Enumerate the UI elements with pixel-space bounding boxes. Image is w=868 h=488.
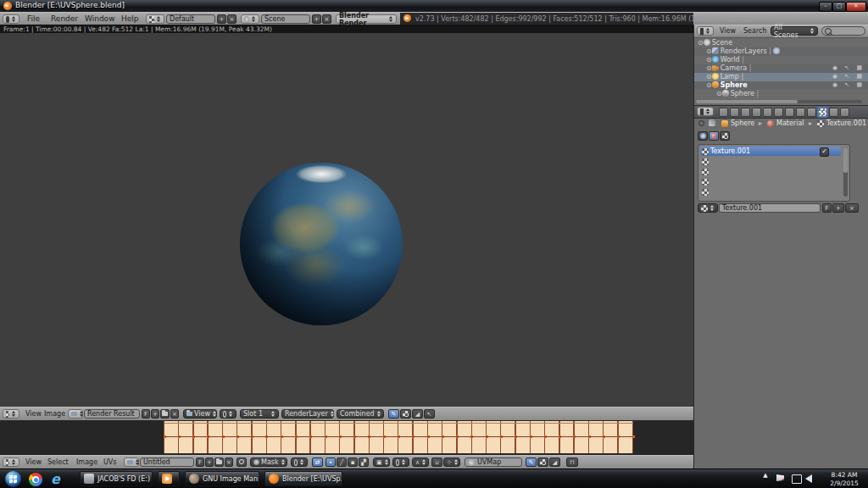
outliner-menu-view[interactable]: View	[720, 27, 736, 35]
uv-vertex[interactable]	[207, 435, 209, 438]
slot-list-scrollbar[interactable]	[843, 147, 848, 197]
uv-vertex[interactable]	[398, 435, 400, 438]
uv-vertex[interactable]	[486, 435, 488, 438]
chrome-icon[interactable]	[29, 473, 42, 486]
new-texture-button[interactable]: +	[832, 203, 844, 213]
object-data-tab-icon[interactable]	[796, 108, 805, 117]
image-mask-toggle[interactable]	[400, 409, 411, 419]
3d-viewport[interactable]	[0, 33, 693, 407]
outliner-row-world[interactable]: ⊙World |	[694, 56, 868, 64]
layout-name-field[interactable]: Default	[166, 14, 215, 24]
volume-icon[interactable]	[805, 474, 812, 483]
window-titlebar[interactable]: Blender [E:\UVSphere.blend] – ▢ ✕	[0, 0, 868, 12]
internet-explorer-icon[interactable]: e	[51, 471, 66, 486]
uv-menu-image[interactable]: Image	[76, 458, 97, 466]
properties-editor-type-dropdown[interactable]	[697, 107, 714, 116]
texture-slot-enable-checkbox[interactable]: ✓	[820, 147, 829, 157]
taskbar-button-drive[interactable]: JACOB'S FD (E:)	[80, 471, 153, 486]
uv-vertex[interactable]	[265, 435, 268, 438]
tray-expand-icon[interactable]: ▲	[761, 471, 770, 480]
image-browse-dropdown[interactable]	[68, 409, 83, 419]
image-unlink-button[interactable]: ×	[170, 409, 179, 419]
uv-sticky-select-dropdown[interactable]: ▣	[373, 458, 390, 467]
image-editor-menu-view[interactable]: View	[25, 410, 42, 418]
uv-vertex[interactable]	[251, 435, 253, 438]
uv-edge-select-button[interactable]: ╱	[337, 458, 347, 467]
snap-element-dropdown[interactable]: ⊹	[443, 458, 460, 467]
image-editor-type-dropdown[interactable]	[3, 409, 19, 419]
image-view-mode-dropdown[interactable]: View	[183, 409, 217, 419]
render-layers-tab-icon[interactable]	[730, 108, 739, 117]
uv-vertex[interactable]	[442, 435, 444, 438]
network-icon[interactable]	[792, 474, 802, 484]
scene-name-field[interactable]: Scene	[261, 14, 310, 24]
taskbar-clock[interactable]: 8:42 AM2/9/2015	[824, 471, 865, 488]
uv-island-select-button[interactable]: ▞	[359, 458, 369, 467]
pin-icon[interactable]	[698, 120, 704, 126]
particles-tab-icon[interactable]	[829, 108, 838, 117]
maximize-button[interactable]: ▢	[832, 2, 846, 12]
uv-vertex[interactable]	[222, 435, 225, 438]
menu-help[interactable]: Help	[121, 14, 139, 23]
material-tab-icon[interactable]	[807, 108, 816, 117]
breadcrumb-material[interactable]: Material	[776, 119, 804, 127]
outliner-hscrollbar[interactable]	[696, 100, 862, 103]
uv-texpaint-toggle[interactable]	[537, 458, 548, 467]
uv-pivot-dropdown[interactable]	[291, 458, 308, 467]
uv-lock-button[interactable]: ⊓	[566, 458, 578, 467]
outliner-row-camera[interactable]: ⊙Camera | ◉ ↖ ▦	[694, 64, 868, 73]
wrench-icon[interactable]	[709, 119, 715, 126]
image-editor-menu-image[interactable]: Image	[44, 410, 65, 418]
uv-vertex[interactable]	[530, 435, 532, 438]
layout-icon-dropdown[interactable]	[146, 14, 164, 24]
taskbar-button-gimp[interactable]: GNU Image Mani...	[185, 471, 259, 486]
uv-image-browse-dropdown[interactable]	[124, 458, 139, 467]
uv-sync-selection-toggle[interactable]: ⇄	[312, 458, 323, 467]
uv-vertex-select-button[interactable]: ∙	[326, 458, 336, 467]
render-tab-icon[interactable]	[719, 108, 728, 117]
uv-vertex[interactable]	[236, 435, 239, 438]
outliner-row-renderlayers[interactable]: ⊙RenderLayers |	[694, 47, 868, 56]
outliner-row-sphere[interactable]: ⊙Sphere ◉ ↖ ▦	[694, 81, 868, 90]
uv-proportional-edit-dropdown[interactable]	[392, 458, 409, 467]
uv-image-unlink-button[interactable]: ×	[225, 458, 233, 467]
image-paint-toggle[interactable]: ✎	[388, 409, 399, 419]
scene-add-button[interactable]: +	[312, 14, 321, 24]
uv-gradient-toggle[interactable]: ◢	[549, 458, 560, 467]
outliner-editor-type-dropdown[interactable]	[697, 26, 714, 36]
unlink-texture-button[interactable]: ×	[845, 203, 859, 213]
taskbar-button-media-player[interactable]	[158, 471, 180, 486]
uv-image-fake-user-button[interactable]: F	[196, 458, 204, 467]
uv-vertex[interactable]	[559, 435, 561, 438]
uv-vertex[interactable]	[383, 435, 386, 438]
uv-vertex[interactable]	[588, 435, 591, 438]
render-layer-dropdown[interactable]: RenderLayer	[281, 409, 334, 419]
uv-vertex[interactable]	[192, 435, 195, 438]
fake-user-button[interactable]: F	[822, 203, 832, 213]
uv-mode-dropdown[interactable]: Mask	[250, 458, 287, 467]
uv-vertex[interactable]	[353, 435, 356, 438]
uv-paint-toggle[interactable]: ✎	[526, 458, 537, 467]
uv-vertex[interactable]	[368, 435, 370, 438]
outliner-menu-search[interactable]: Search	[743, 27, 766, 35]
image-fake-user-button[interactable]: F	[142, 409, 150, 419]
editor-type-dropdown[interactable]	[3, 14, 19, 24]
uv-vertex[interactable]	[500, 435, 503, 438]
modifiers-tab-icon[interactable]	[785, 108, 794, 117]
material-texture-context-button[interactable]	[709, 131, 719, 141]
uv-image-datablock-field[interactable]: Untitled	[140, 458, 194, 467]
uv-image-new-button[interactable]: +	[205, 458, 214, 467]
uv-image-canvas[interactable]	[0, 420, 693, 455]
render-pass-dropdown[interactable]: Combined	[337, 409, 384, 419]
snap-toggle[interactable]: ∪	[431, 458, 442, 467]
texture-slot-empty[interactable]	[700, 177, 841, 186]
pivot-point-dropdown[interactable]	[220, 409, 236, 419]
image-save-button[interactable]	[160, 409, 170, 419]
uv-menu-select[interactable]: Select	[47, 458, 69, 466]
uv-vertex[interactable]	[309, 435, 312, 438]
lamp-restrict-icons[interactable]: ◉ ↖ ▦	[832, 73, 865, 80]
uv-vertex[interactable]	[412, 435, 415, 438]
menu-file[interactable]: File	[27, 14, 40, 23]
image-scope-toggle[interactable]: ◢	[412, 409, 423, 419]
other-texture-context-button[interactable]	[720, 131, 730, 141]
